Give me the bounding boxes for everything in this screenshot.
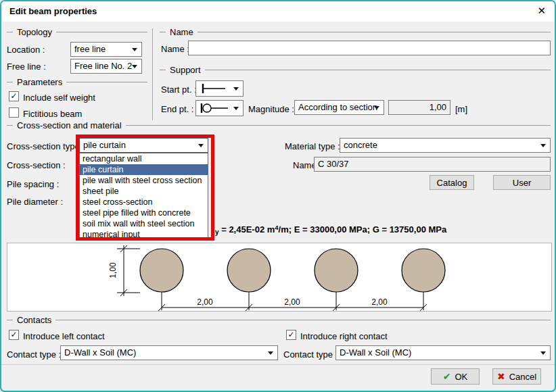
material-name-field: C 30/37 (314, 157, 551, 172)
cross-section-type-dropdown-list: rectangular wall pile curtain pile wall … (79, 153, 208, 241)
check-icon: ✓ (287, 330, 294, 339)
location-value: free line (74, 44, 106, 54)
free-line-value: Free line No. 2 (74, 61, 132, 71)
cross-section-type-select[interactable]: pile curtain (79, 138, 208, 153)
column-divider (152, 28, 153, 120)
ok-button-label: OK (455, 372, 467, 382)
cancel-button[interactable]: ✖ Cancel (492, 368, 541, 385)
left-contact-type-select[interactable]: D-Wall x Soil (MC) (60, 345, 278, 360)
dropdown-option[interactable]: rectangular wall (80, 153, 208, 164)
group-line (198, 32, 551, 32)
group-line (7, 32, 13, 32)
ok-button[interactable]: ✔ OK (431, 368, 480, 385)
dropdown-option[interactable]: steel cross-section (80, 197, 208, 207)
name-group-label: Name (166, 27, 198, 37)
support-group-label: Support (166, 65, 205, 75)
dropdown-option-selected[interactable]: pile curtain (80, 164, 208, 175)
dialog-title: Edit beam properties (9, 6, 97, 16)
magnitude-number-field: 1,00 (388, 100, 450, 115)
pile-circle (140, 249, 183, 292)
ok-check-icon: ✔ (443, 371, 451, 382)
magnitude-unit-label: [m] (455, 104, 467, 114)
pile-circle (315, 249, 358, 292)
diameter-dimension-label: 1,00 (108, 262, 118, 278)
user-button[interactable]: User (493, 175, 551, 190)
right-contact-type-select[interactable]: D-Wall x Soil (MC) (335, 345, 551, 360)
introduce-left-contact-checkbox[interactable]: ✓ (9, 330, 19, 340)
group-line (160, 32, 166, 32)
fictitious-beam-checkbox[interactable] (9, 107, 19, 118)
close-icon[interactable]: ✕ (537, 5, 546, 17)
end-pt-label: End pt. : (161, 104, 193, 114)
dropdown-option[interactable]: pile wall with steel cross section (80, 175, 208, 186)
chevron-down-icon (374, 106, 379, 109)
cross-section-type-value: pile curtain (83, 140, 126, 150)
section-stiffness-text: y = 2,45E-02 m4/m; E = 33000,00 MPa; G =… (215, 224, 446, 235)
stiffness-superscript: 4 (275, 224, 278, 231)
contacts-group-header: Contacts (7, 315, 551, 324)
parameters-group-label: Parameters (13, 77, 66, 87)
dropdown-option[interactable]: sheet pile (80, 186, 208, 197)
stiffness-text-2: /m; E = 33000,00 MPa; G = 13750,00 MPa (279, 224, 447, 235)
cancel-button-label: Cancel (509, 372, 536, 382)
check-icon: ✓ (10, 91, 17, 101)
start-pt-label: Start pt. : (161, 84, 197, 95)
chevron-down-icon (198, 144, 204, 147)
check-icon: ✓ (10, 330, 17, 339)
left-contact-type-value: D-Wall x Soil (MC) (64, 347, 136, 358)
name-label: Name : (161, 44, 189, 54)
material-type-select[interactable]: concrete (340, 138, 551, 153)
include-self-weight-checkbox[interactable]: ✓ (9, 91, 19, 101)
support-group-header: Support (160, 65, 551, 74)
free-line-select[interactable]: Free line No. 2 (70, 59, 142, 74)
fictitious-beam-label: Fictitious beam (23, 109, 82, 119)
topology-group-label: Topology (13, 27, 56, 37)
catalog-button-label: Catalog (437, 178, 467, 188)
group-line (66, 82, 147, 82)
chevron-down-icon (233, 87, 239, 91)
user-button-label: User (513, 178, 531, 188)
left-contact-type-label: Contact type : (7, 349, 61, 360)
stiffness-subscript: y (215, 228, 219, 236)
edit-beam-properties-dialog: Edit beam properties ✕ Topology Location… (0, 0, 556, 392)
contacts-group-label: Contacts (13, 315, 55, 325)
footer-divider (1, 364, 555, 365)
dropdown-option[interactable]: soil mix wall with steel section (80, 218, 208, 229)
chevron-down-icon (268, 351, 273, 355)
dropdown-option[interactable]: steel pipe filled with concrete (80, 207, 208, 218)
name-group-header: Name (160, 27, 551, 36)
magnitude-value: According to section (298, 102, 377, 112)
material-type-label: Material type : (285, 141, 340, 151)
cross-section-type-label: Cross-section type : (7, 141, 85, 151)
introduce-right-contact-label: Introduce right contact (300, 331, 388, 341)
pile-circle (402, 249, 445, 292)
pile-circle (227, 249, 271, 292)
group-line (205, 70, 551, 70)
title-bar: Edit beam properties ✕ (1, 1, 555, 22)
stiffness-text-1: = 2,45E-02 m (219, 224, 275, 235)
group-line (7, 125, 13, 126)
cross-section-group-header: Cross-section and material (7, 120, 551, 130)
pile-section-diagram: 1,00 2,00 2,00 2,00 (7, 243, 552, 312)
start-support-select[interactable] (195, 80, 244, 97)
spacing-dimension-label: 2,00 (284, 297, 300, 307)
introduce-right-contact-checkbox[interactable]: ✓ (286, 330, 296, 340)
catalog-button[interactable]: Catalog (430, 175, 474, 190)
end-support-select[interactable] (195, 100, 244, 116)
include-self-weight-label: Include self weight (23, 93, 95, 103)
cross-section-group-label: Cross-section and material (13, 120, 126, 130)
free-line-label: Free line : (7, 62, 46, 72)
introduce-left-contact-label: Introduce left contact (23, 331, 105, 341)
dropdown-option[interactable]: numerical input (80, 229, 208, 240)
group-line (7, 320, 13, 320)
parameters-group-header: Parameters (7, 77, 147, 87)
name-input[interactable] (188, 41, 551, 55)
chevron-down-icon (132, 65, 137, 68)
location-select[interactable]: free line (70, 42, 142, 57)
magnitude-select[interactable]: According to section (294, 100, 384, 115)
hinged-support-icon (200, 102, 229, 114)
spacing-dimension-label: 2,00 (197, 297, 213, 307)
spacing-dimension-label: 2,00 (371, 297, 388, 307)
fixed-support-icon (200, 82, 227, 95)
chevron-down-icon (233, 107, 239, 110)
